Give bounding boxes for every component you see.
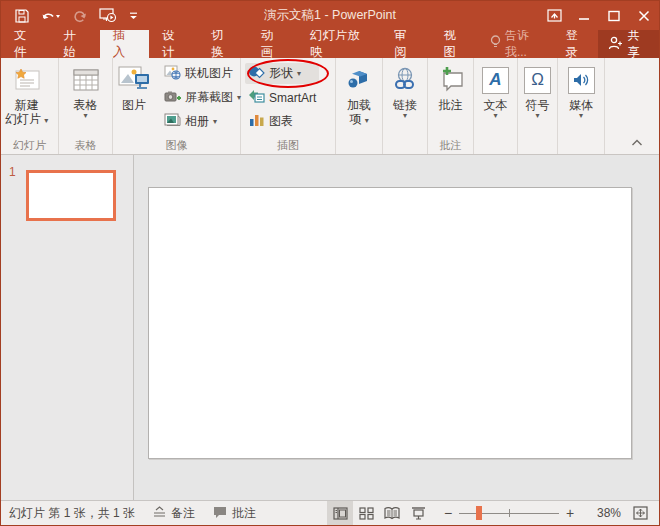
tell-me-box[interactable]: 告诉我... (480, 30, 555, 58)
tab-animations[interactable]: 动画 (248, 30, 297, 58)
tab-home[interactable]: 开始 (50, 30, 99, 58)
new-slide-label-line2: 幻灯片 (5, 112, 41, 126)
group-label-text[interactable] (474, 138, 517, 154)
dropdown-icon: ▾ (213, 118, 217, 126)
slide-thumbnail[interactable] (26, 170, 116, 221)
tab-slideshow[interactable]: 幻灯片放映 (297, 30, 381, 58)
group-label-images[interactable]: 图像 (113, 138, 240, 154)
photo-album-label: 相册 (185, 113, 209, 130)
smartart-icon (248, 89, 265, 106)
slide-thumbnail-panel: 1 (1, 155, 134, 500)
chart-button[interactable]: 图表 (245, 111, 319, 132)
reading-view-button[interactable] (379, 501, 405, 525)
ribbon-group-tables: 表格 ▾ 表格 (59, 58, 113, 154)
shapes-button[interactable]: 形状 ▾ (245, 63, 319, 84)
dropdown-icon: ▾ (83, 112, 87, 120)
group-label-media[interactable] (558, 138, 604, 154)
zoom-slider-thumb[interactable] (476, 506, 482, 520)
chart-label: 图表 (269, 113, 293, 130)
shapes-label: 形状 (269, 65, 293, 82)
dropdown-icon: ▾ (535, 112, 539, 120)
share-label: 共享 (627, 27, 647, 61)
text-box-button[interactable]: A 文本 ▾ (478, 60, 513, 120)
notes-toggle[interactable]: 备注 (153, 505, 195, 522)
zoom-out-button[interactable]: − (439, 501, 457, 525)
save-icon[interactable] (11, 7, 33, 25)
fit-slide-to-window-button[interactable] (627, 501, 653, 525)
notes-icon (153, 506, 166, 521)
window-controls (539, 1, 659, 30)
text-label: 文本 (484, 98, 508, 112)
redo-icon (69, 7, 91, 25)
media-label: 媒体 (569, 98, 593, 112)
ribbon-group-comments: 批注 批注 (428, 58, 474, 154)
slide-counter: 幻灯片 第 1 张，共 1 张 (9, 505, 135, 522)
collapse-ribbon-icon[interactable] (631, 136, 643, 150)
dropdown-icon: ▾ (403, 112, 407, 120)
close-button[interactable] (629, 1, 659, 30)
table-icon (71, 62, 101, 98)
smartart-button[interactable]: SmartArt (245, 87, 319, 108)
normal-view-button[interactable] (327, 501, 353, 525)
online-pictures-button[interactable]: 联机图片 (161, 63, 244, 84)
media-speaker-icon (568, 67, 595, 94)
group-label-tables[interactable]: 表格 (59, 138, 112, 154)
group-label-addins[interactable] (336, 138, 382, 154)
photo-album-icon (164, 113, 181, 130)
maximize-button[interactable] (599, 1, 629, 30)
symbol-button[interactable]: Ω 符号 ▾ (520, 60, 555, 120)
ribbon-group-media: 媒体 ▾ (558, 58, 605, 154)
minimize-button[interactable] (569, 1, 599, 30)
screenshot-icon (164, 89, 181, 106)
undo-icon[interactable] (37, 7, 65, 25)
slideshow-view-button[interactable] (405, 501, 431, 525)
online-pictures-label: 联机图片 (185, 65, 233, 82)
slide-sorter-view-button[interactable] (353, 501, 379, 525)
picture-label: 图片 (122, 98, 146, 112)
photo-album-button[interactable]: 相册 ▾ (161, 111, 244, 132)
tab-transitions[interactable]: 切换 (198, 30, 247, 58)
dropdown-icon: ▾ (579, 112, 583, 120)
group-label-illustrations[interactable]: 插图 (241, 138, 335, 154)
customize-qat-icon[interactable] (125, 9, 142, 23)
group-label-comments[interactable]: 批注 (428, 138, 473, 154)
picture-icon (117, 62, 151, 98)
share-button[interactable]: 共享 (598, 30, 659, 58)
zoom-slider[interactable] (459, 501, 559, 525)
tab-insert[interactable]: 插入 (100, 30, 149, 58)
addins-label-line2: 项 (349, 112, 361, 126)
tab-design[interactable]: 设计 (149, 30, 198, 58)
zoom-level[interactable]: 38% (583, 506, 621, 520)
tab-view[interactable]: 视图 (431, 30, 480, 58)
group-label-symbols[interactable] (518, 138, 557, 154)
slide-number: 1 (9, 165, 16, 179)
zoom-in-button[interactable]: + (561, 501, 579, 525)
table-label: 表格 (74, 98, 98, 112)
tab-review[interactable]: 审阅 (381, 30, 430, 58)
addins-button[interactable]: 加载 项 ▾ (341, 60, 377, 126)
share-person-icon (608, 36, 622, 53)
new-comment-button[interactable]: 批注 (432, 60, 470, 112)
tab-file[interactable]: 文件 (1, 30, 50, 58)
group-label-slides[interactable]: 幻灯片 (1, 138, 58, 154)
addins-label-line1: 加载 (347, 98, 371, 112)
links-button[interactable]: 链接 ▾ (388, 60, 422, 120)
start-slideshow-icon[interactable] (95, 6, 121, 25)
picture-button[interactable]: 图片 (113, 60, 155, 112)
ribbon-display-options-icon[interactable] (539, 1, 569, 30)
media-button[interactable]: 媒体 ▾ (564, 60, 599, 120)
status-bar: 幻灯片 第 1 张，共 1 张 备注 批注 (1, 500, 659, 525)
sign-in-button[interactable]: 登录 (555, 30, 599, 58)
group-label-links[interactable] (383, 138, 427, 154)
dropdown-icon: ▾ (44, 116, 48, 125)
ribbon-group-slides: 新建 幻灯片 ▾ 幻灯片 (1, 58, 59, 154)
ribbon-group-symbols: Ω 符号 ▾ (518, 58, 558, 154)
dropdown-icon: ▾ (493, 112, 497, 120)
slide-1[interactable] (148, 187, 632, 459)
new-slide-button[interactable]: 新建 幻灯片 ▾ (1, 60, 52, 126)
comments-toggle[interactable]: 批注 (213, 505, 256, 522)
table-button[interactable]: 表格 ▾ (67, 60, 105, 120)
screenshot-button[interactable]: 屏幕截图 ▾ (161, 87, 244, 108)
slide-editor-canvas (134, 155, 659, 500)
ribbon-group-images: 图片 联机图片 屏幕截图 ▾ 相册 ▾ (113, 58, 241, 154)
